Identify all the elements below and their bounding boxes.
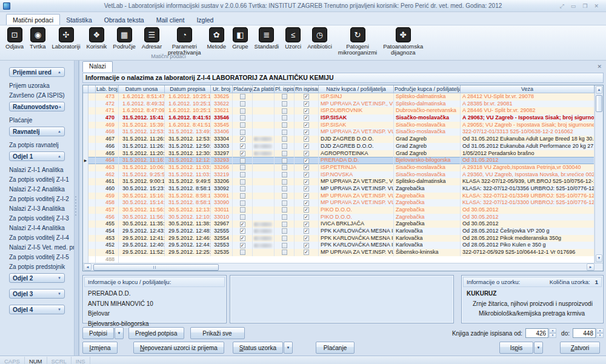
tab-nalazi[interactable]: Nalazi: [82, 61, 113, 72]
rn-ispisan-checkbox[interactable]: ✓: [304, 186, 309, 191]
rn-ispisan-checkbox[interactable]: ✓: [304, 214, 309, 220]
placanje-checkbox[interactable]: [240, 94, 245, 99]
sidebar-item-nalazi-z-i-1-analitka[interactable]: Nalazi Z-I-1 Analitka: [0, 165, 74, 174]
pl-ispis-checkbox[interactable]: [282, 101, 287, 107]
vertical-scrollbar[interactable]: ▲ ▼: [594, 85, 603, 263]
horizontal-scrollbar[interactable]: ◄ ►: [83, 263, 603, 271]
sidebar-item-pla-anje[interactable]: Plaćanje: [0, 115, 74, 125]
row-selector-cell[interactable]: [83, 171, 88, 179]
ribbon-item-antibiotics[interactable]: ◷Antibiotici: [304, 25, 335, 56]
ribbon-item-samples[interactable]: ≤Uzorci: [282, 25, 304, 56]
placanje-checkbox[interactable]: [240, 250, 245, 255]
column-header-8[interactable]: Rn ispisan: [295, 85, 319, 93]
table-row[interactable]: 45329.5.2012. 12:41:1629.5.2012. 12:46:4…: [83, 235, 594, 242]
pl-ispis-checkbox[interactable]: [282, 200, 287, 206]
horizontal-scroll-thumb[interactable]: [93, 264, 219, 271]
ribbon-item-addressbook[interactable]: ☰Adresar: [139, 25, 165, 56]
table-row[interactable]: 4711.6.2012. 8:47:091.6.2012. 10:25:1133…: [83, 107, 594, 114]
rn-ispisan-checkbox[interactable]: ✓: [304, 108, 309, 114]
rn-ispisan-checkbox[interactable]: ✓: [304, 130, 309, 135]
sidebar-item-nalazi-z-i-5-vet-med-pri-[interactable]: Nalazi Z-I-5 Vet. med. pri...: [0, 242, 74, 252]
rn-ispisan-checkbox[interactable]: ✓: [304, 222, 309, 227]
column-header-4[interactable]: Ur. broj: [211, 85, 233, 93]
row-selector-cell[interactable]: [83, 235, 88, 242]
ribbon-item-pathogens[interactable]: ↻Patogeni mikroorganizmi: [335, 25, 380, 56]
scroll-up-icon[interactable]: ▲: [596, 86, 602, 94]
table-row[interactable]: 45129.5.2012. 11:52:2629.5.2012. 12:25:0…: [83, 249, 594, 256]
table-row[interactable]: 45630.5.2012. 11:56:0130.5.2012. 12:10:5…: [83, 214, 594, 221]
ribbon-item-groups[interactable]: ◧Grupe: [229, 25, 251, 56]
placanje-button[interactable]: Plaćanje: [316, 342, 355, 354]
sidebar-group-header-prijemni-ured[interactable]: Prijemni ured▲: [9, 67, 65, 77]
row-selector-cell[interactable]: [83, 107, 88, 114]
menu-tab-izgled[interactable]: Izgled: [190, 15, 219, 25]
scroll-right-icon[interactable]: ►: [587, 263, 594, 271]
rn-ispisan-checkbox[interactable]: ✓: [304, 236, 309, 241]
rn-ispisan-checkbox[interactable]: ✓: [304, 165, 309, 170]
placanje-checkbox[interactable]: ✓: [240, 236, 245, 241]
row-selector-cell[interactable]: [83, 199, 88, 207]
pl-ispis-checkbox[interactable]: [282, 236, 287, 241]
rn-ispisan-checkbox[interactable]: ✓: [304, 122, 309, 128]
pl-ispis-checkbox[interactable]: [282, 250, 287, 255]
close-icon[interactable]: ✕: [594, 2, 599, 10]
pl-ispis-checkbox[interactable]: [282, 94, 287, 99]
sidebar-group-header-ravnatelj[interactable]: Ravnatelj▲: [9, 127, 65, 136]
potpisi-button[interactable]: Potpisi: [82, 327, 114, 339]
table-row[interactable]: 45530.5.2012. 11:35:3830.5.2012. 11:38:1…: [83, 220, 594, 228]
rn-ispisan-checkbox[interactable]: ✓: [304, 193, 309, 199]
pl-ispis-checkbox[interactable]: [282, 122, 287, 128]
rn-ispisan-checkbox[interactable]: ✓: [304, 243, 309, 248]
sidebar-item-za-potpis-voditelj-z-i-4[interactable]: Za potpis voditelj Z-I-4: [0, 233, 74, 242]
sidebar-item-za-potpis-voditelj-z-i-2[interactable]: Za potpis voditelj Z-I-2: [0, 194, 74, 204]
pl-ispis-checkbox[interactable]: [282, 130, 287, 135]
rn-ispisan-checkbox[interactable]: ✓: [304, 207, 309, 213]
status-uzorka-button[interactable]: Status uzorka: [233, 342, 283, 354]
table-row[interactable]: 4721.6.2012. 8:49:321.6.2012. 10:25:1133…: [83, 101, 594, 108]
menu-tab-mail-client[interactable]: Mail client: [150, 15, 191, 25]
restore-icon[interactable]: ❐: [582, 2, 587, 10]
placanje-checkbox[interactable]: ✓: [240, 136, 245, 142]
sidebar-item-nalazi-z-i-2-analitika[interactable]: Nalazi Z-I-2 Analitika: [0, 184, 74, 194]
row-selector-cell[interactable]: [83, 114, 88, 122]
column-header-1[interactable]: Lab. broj: [96, 85, 119, 93]
do-spinner[interactable]: ▲▼: [596, 328, 604, 338]
rn-ispisan-checkbox[interactable]: ✓: [304, 136, 309, 142]
column-header-6[interactable]: Za platiti: [253, 85, 275, 93]
placanje-checkbox[interactable]: [240, 179, 245, 185]
placanje-checkbox[interactable]: [240, 186, 245, 191]
ispis-button[interactable]: Ispis: [499, 342, 533, 354]
ribbon-item-company[interactable]: ◉Tvrtka: [27, 25, 48, 56]
pl-ispis-checkbox[interactable]: [282, 193, 287, 199]
row-selector-cell[interactable]: [83, 164, 88, 171]
placanje-checkbox[interactable]: [240, 172, 245, 177]
column-header-2[interactable]: Datum unosa: [119, 85, 165, 93]
sidebar-item-zavr-eno-za-ispis-[interactable]: Završeno (ZA ISPIS): [0, 90, 74, 100]
row-selector-cell[interactable]: ▶: [83, 157, 88, 164]
table-row[interactable]: ▶46431.5.2012. 11:16:4231.5.2012. 12:12:…: [83, 157, 594, 164]
row-selector-cell[interactable]: [83, 220, 88, 228]
sidebar-item-za-potpis-predstojnik[interactable]: Za potpis predstojnik: [0, 262, 74, 271]
row-selector-cell[interactable]: [83, 178, 88, 185]
pl-ispis-checkbox[interactable]: [282, 144, 287, 149]
pl-ispis-checkbox[interactable]: [282, 158, 287, 164]
izmjena-button[interactable]: Izmjena: [82, 342, 118, 354]
rn-ispisan-checkbox[interactable]: ✓: [304, 115, 309, 121]
pl-ispis-checkbox[interactable]: [282, 136, 287, 142]
row-selector-cell[interactable]: [83, 128, 88, 136]
vertical-scroll-thumb[interactable]: [596, 95, 602, 112]
row-selector-cell[interactable]: [83, 101, 88, 108]
sidebar-item-nalazi-z-i-3-analitika[interactable]: Nalazi Z-I-3 Analitika: [0, 204, 74, 213]
table-row[interactable]: 46831.5.2012. 12:53:3531.5.2012. 13:49:0…: [83, 128, 594, 136]
pl-ispis-checkbox[interactable]: [282, 214, 287, 220]
rn-ispisan-checkbox[interactable]: ✓: [304, 144, 309, 149]
sidebar-item-prijem-uzoraka[interactable]: Prijem uzoraka: [0, 81, 74, 90]
table-row[interactable]: 46131.5.2012. 9:00:1931.5.2012. 9:49:533…: [83, 178, 594, 185]
ribbon-item-laboratories[interactable]: ✣Laboratoriji: [49, 25, 84, 56]
sidebar-group-header-ra-unovodstvo[interactable]: Računovodstvo▲: [9, 102, 65, 111]
table-row[interactable]: 4731.6.2012. 8:51:471.6.2012. 10:25:1133…: [83, 93, 594, 101]
table-row[interactable]: 45429.5.2012. 12:43:0929.5.2012. 12:48:5…: [83, 228, 594, 235]
ribbon-item-user[interactable]: ❖Korisnik: [84, 25, 110, 56]
zatvori-button[interactable]: Zatvori: [560, 342, 600, 354]
placanje-checkbox[interactable]: [240, 214, 245, 220]
